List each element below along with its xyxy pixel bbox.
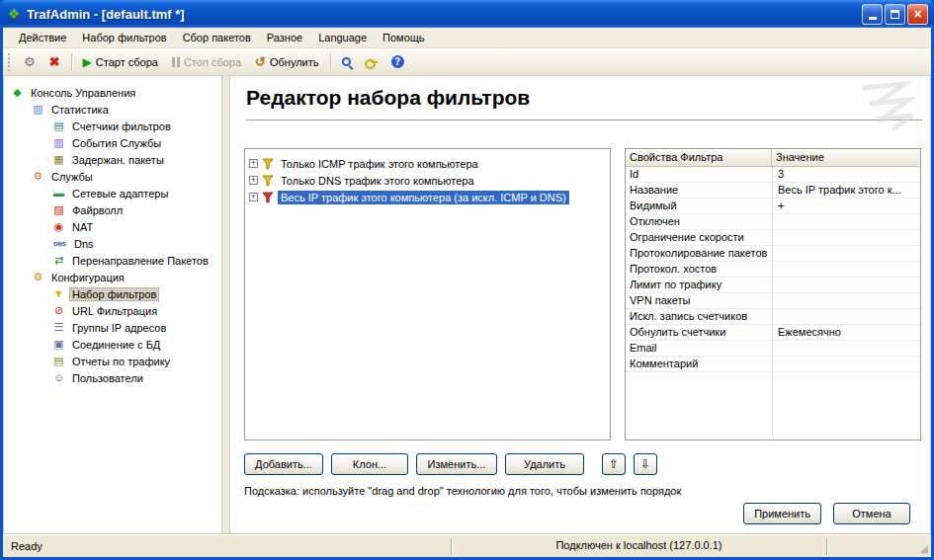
tree-item-label: Отчеты по трафику (69, 355, 173, 368)
property-value[interactable]: Ежемесячно (772, 325, 920, 340)
property-row-2[interactable]: Видимый+ (626, 199, 920, 214)
menu-item-1[interactable]: Набор фильтров (74, 29, 174, 46)
tree-item-1[interactable]: ▥Статистика (4, 101, 221, 118)
property-value[interactable] (772, 262, 920, 277)
menu-item-5[interactable]: Помощь (375, 29, 433, 46)
property-value[interactable] (772, 278, 920, 292)
property-row-7[interactable]: Лимит по трафику (626, 278, 920, 293)
tree-item-0[interactable]: ◆Консоль Управления (4, 84, 221, 101)
property-name: Протокол. хостов (626, 262, 772, 277)
expand-icon[interactable]: + (249, 159, 258, 168)
tree-item-3[interactable]: ▥События Службы (4, 134, 221, 151)
value-column-header[interactable]: Значение (772, 149, 920, 167)
move-up-button[interactable]: ⇧ (602, 453, 626, 475)
tree-item-13[interactable]: ⊘URL Фильтрация (4, 302, 221, 319)
filter-row-2[interactable]: +Весь IP трафик этого компьютера (за иск… (249, 189, 606, 205)
property-value[interactable] (772, 230, 920, 245)
menu-item-3[interactable]: Разное (259, 29, 310, 46)
property-value[interactable]: 3 (772, 167, 920, 182)
toolbar: ⚙ ✖ ▶ Старт сбора Стоп сбора ↺ Обнулить … (3, 48, 931, 76)
stop-capture-label: Стоп сбора (184, 56, 241, 68)
main-area: ◆Консоль Управления▥Статистика▤Счетчики … (3, 76, 931, 534)
delete-filter-button[interactable]: ✖ (42, 50, 67, 73)
help-button[interactable]: ? (384, 51, 411, 72)
tree-item-8[interactable]: ◉NAT (4, 218, 221, 235)
toolbar-grip[interactable] (8, 53, 13, 71)
menu-item-2[interactable]: Сбор пакетов (175, 29, 259, 46)
apply-button[interactable]: Применить (743, 503, 821, 524)
expand-icon[interactable]: + (249, 193, 258, 201)
property-row-6[interactable]: Протокол. хостов (626, 262, 920, 278)
clone-button[interactable]: Клон... (331, 453, 408, 475)
column-divider (772, 167, 773, 440)
menu-item-0[interactable]: Действие (11, 29, 74, 46)
tree-item-9[interactable]: DNSDns (4, 235, 221, 252)
property-row-8[interactable]: VPN пакеты (626, 293, 920, 309)
close-icon: × (913, 7, 921, 21)
arrow-down-icon: ⇩ (640, 457, 650, 471)
delete-button[interactable]: Удалить (505, 453, 584, 475)
tree-item-4[interactable]: ▦Задержан. пакеты (4, 151, 221, 168)
property-row-11[interactable]: Email (626, 341, 920, 357)
minimize-button[interactable] (862, 4, 883, 25)
property-row-1[interactable]: НазваниеВесь IP трафик этого к... (626, 183, 920, 199)
property-value[interactable] (772, 246, 920, 261)
property-value[interactable] (772, 357, 920, 371)
property-value[interactable] (772, 293, 920, 308)
tree-item-label: Консоль Управления (28, 86, 138, 100)
funnel-icon (262, 175, 274, 187)
tree-item-7[interactable]: ▨Файрволл (4, 201, 221, 218)
resize-grip[interactable]: ◢ (920, 543, 928, 554)
maximize-button[interactable] (885, 4, 905, 25)
property-row-5[interactable]: Протоколирование пакетов (626, 246, 920, 262)
tree-item-2[interactable]: ▤Счетчики фильтров (4, 118, 221, 134)
move-down-button[interactable]: ⇩ (634, 453, 657, 475)
funnel-icon (262, 158, 274, 170)
reset-counters-button[interactable]: ↺ Обнулить (248, 50, 325, 73)
funnel-icon (262, 192, 274, 203)
tree-item-5[interactable]: ⚙Службы (4, 168, 221, 185)
expand-icon[interactable]: + (249, 176, 258, 185)
property-value[interactable]: + (772, 199, 920, 213)
property-row-10[interactable]: Обнулить счетчикиЕжемесячно (626, 325, 920, 341)
stop-capture-button[interactable]: Стоп сбора (165, 52, 248, 72)
start-capture-button[interactable]: ▶ Старт сбора (76, 51, 165, 73)
search-button[interactable] (335, 53, 358, 70)
property-value[interactable]: Весь IP трафик этого к... (772, 183, 920, 198)
tree-item-10[interactable]: ⇄Перенаправление Пакетов (4, 252, 221, 269)
close-button[interactable]: × (907, 4, 928, 25)
key-button[interactable] (358, 55, 384, 69)
search-icon (342, 57, 351, 66)
tree-item-label: Соединение с БД (69, 338, 163, 352)
tree-item-label: События Службы (69, 136, 164, 150)
cancel-button[interactable]: Отмена (833, 503, 910, 524)
property-row-0[interactable]: Id3 (626, 167, 920, 183)
property-row-4[interactable]: Ограничение скорости (626, 230, 920, 246)
tree-item-14[interactable]: ☰Группы IP адресов (4, 319, 221, 336)
property-value[interactable] (772, 214, 920, 229)
tree-item-17[interactable]: ☺Пользователи (4, 369, 221, 386)
settings-button[interactable]: ⚙ (17, 50, 42, 73)
property-row-3[interactable]: Отключен (626, 214, 920, 230)
tree-item-12[interactable]: ▼Набор фильтров (4, 285, 221, 302)
property-row-9[interactable]: Искл. запись счетчиков (626, 309, 920, 325)
tree-item-label: Конфигурация (48, 271, 127, 284)
property-value[interactable] (772, 341, 920, 356)
tree-item-6[interactable]: ▬Сетевые адаптеры (4, 185, 221, 201)
property-value[interactable] (772, 309, 920, 324)
property-column-header[interactable]: Свойства Фильтра (626, 149, 772, 167)
menu-item-4[interactable]: Language (310, 29, 375, 46)
tree-item-label: Службы (48, 170, 96, 184)
tree-item-11[interactable]: ⚙Конфигурация (4, 269, 221, 285)
tree-item-16[interactable]: ▤Отчеты по трафику (4, 353, 221, 369)
property-name: Протоколирование пакетов (626, 246, 772, 261)
filter-row-1[interactable]: +Только DNS трафик этого компьютера (249, 172, 606, 189)
filter-row-0[interactable]: +Только ICMP трафик этого компьютера (249, 155, 606, 172)
add-button[interactable]: Добавить... (244, 453, 323, 475)
title-bar: ❖ TrafAdmin - [default.tmf *] × (0, 0, 934, 28)
tree-item-15[interactable]: ▣Соединение с БД (4, 336, 221, 353)
edit-button[interactable]: Изменить... (416, 453, 497, 475)
reset-icon: ↺ (255, 54, 266, 69)
property-row-12[interactable]: Комментарий (626, 357, 920, 372)
splitter[interactable] (222, 76, 229, 534)
